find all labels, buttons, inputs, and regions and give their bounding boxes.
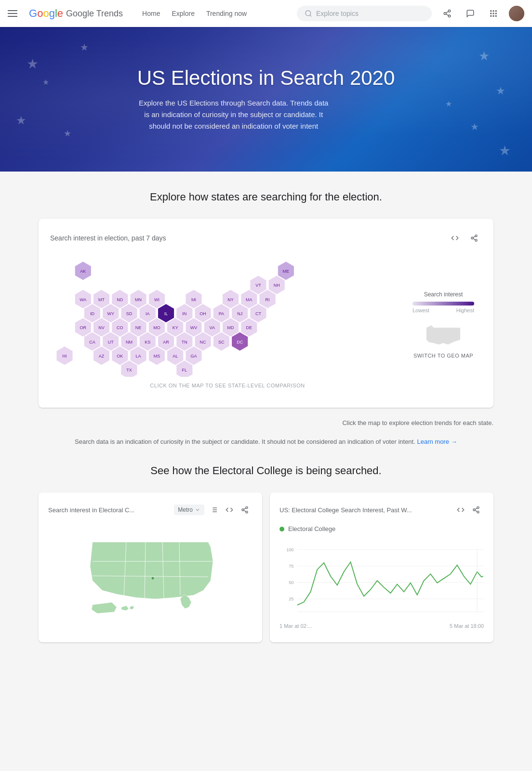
svg-text:DE: DE xyxy=(246,325,253,330)
svg-text:NJ: NJ xyxy=(237,311,242,316)
map-card: Search interest in election, past 7 days xyxy=(39,219,493,408)
us-choropleth-map[interactable] xyxy=(48,525,253,612)
svg-line-5 xyxy=(446,14,448,15)
map-card-actions xyxy=(447,230,482,246)
list-view-button[interactable] xyxy=(206,502,222,518)
svg-point-143 xyxy=(477,511,479,513)
embed-chart-button[interactable] xyxy=(453,502,468,518)
chart-legend: Electoral College xyxy=(279,525,484,532)
svg-point-16 xyxy=(475,235,477,237)
svg-text:RI: RI xyxy=(266,297,270,302)
apps-icon xyxy=(489,9,498,18)
svg-rect-11 xyxy=(493,13,494,14)
nav-trending[interactable]: Trending now xyxy=(206,10,247,17)
svg-text:NY: NY xyxy=(227,297,234,302)
svg-text:AL: AL xyxy=(173,354,178,359)
svg-line-19 xyxy=(473,239,476,240)
user-avatar[interactable] xyxy=(509,6,524,21)
legend-labels: Lowest Highest xyxy=(412,307,474,313)
learn-more-link[interactable]: Learn more → xyxy=(417,438,457,445)
svg-text:KY: KY xyxy=(173,325,178,330)
nav-explore[interactable]: Explore xyxy=(172,10,194,17)
embed-electoral-button[interactable] xyxy=(222,502,237,518)
svg-text:MT: MT xyxy=(98,297,105,302)
hex-map-container: AKWAMTNDMNWIMINYMARIVTNHMEIDWYSDIAILINOH… xyxy=(50,253,482,396)
svg-text:WA: WA xyxy=(80,297,86,302)
metro-filter[interactable]: Metro xyxy=(174,505,204,515)
svg-text:MN: MN xyxy=(135,297,142,302)
navbar-icons xyxy=(439,6,524,21)
electoral-chart-title: US: Electoral College Search Interest, P… xyxy=(279,506,453,514)
share-icon-btn[interactable] xyxy=(439,6,455,21)
svg-point-18 xyxy=(475,239,477,241)
share-map-button[interactable] xyxy=(466,230,482,246)
navbar-left: Google Google Trends Home Explore Trendi… xyxy=(8,7,297,20)
svg-text:AR: AR xyxy=(163,340,169,345)
svg-point-2 xyxy=(448,10,451,13)
svg-line-144 xyxy=(475,510,478,512)
svg-text:HI: HI xyxy=(63,354,67,359)
svg-text:NE: NE xyxy=(135,325,142,330)
svg-rect-7 xyxy=(490,10,492,12)
svg-rect-13 xyxy=(490,15,492,17)
hero-content: US Elections in Search 2020 Explore the … xyxy=(99,66,434,132)
svg-point-3 xyxy=(444,13,446,15)
metro-filter-label: Metro xyxy=(178,506,193,513)
info-text: Search data is an indication of curiosit… xyxy=(39,434,493,449)
section1-title: Explore how states are searching for the… xyxy=(39,191,493,203)
svg-point-130 xyxy=(242,509,244,511)
main-content: Explore how states are searching for the… xyxy=(0,172,532,662)
chart-legend-label: Electoral College xyxy=(288,525,335,532)
svg-text:CA: CA xyxy=(89,340,95,345)
nav-home[interactable]: Home xyxy=(142,10,160,17)
search-icon xyxy=(305,10,312,17)
svg-text:NH: NH xyxy=(274,283,280,288)
svg-text:MI: MI xyxy=(191,297,196,302)
feedback-icon-btn[interactable] xyxy=(463,6,478,21)
electoral-chart-header: US: Electoral College Search Interest, P… xyxy=(279,502,484,518)
share-electoral-button[interactable] xyxy=(237,502,253,518)
svg-line-6 xyxy=(446,12,448,13)
search-bar[interactable]: Explore topics xyxy=(297,6,432,21)
share-chart-button[interactable] xyxy=(468,502,484,518)
electoral-map-header: Search interest in Electoral C... Metro xyxy=(48,502,253,518)
svg-text:LA: LA xyxy=(136,354,141,359)
embed-chart-icon xyxy=(457,506,465,514)
svg-text:AZ: AZ xyxy=(99,354,105,359)
svg-text:TN: TN xyxy=(182,340,187,345)
svg-text:OR: OR xyxy=(80,325,87,330)
svg-text:CT: CT xyxy=(255,311,261,316)
svg-line-1 xyxy=(310,15,311,16)
apps-icon-btn[interactable] xyxy=(486,6,501,21)
svg-point-129 xyxy=(246,506,248,508)
embed-button[interactable] xyxy=(447,230,463,246)
hamburger-menu[interactable] xyxy=(8,10,17,17)
svg-text:AK: AK xyxy=(80,269,86,274)
legend-highest: Highest xyxy=(456,307,474,313)
switch-geo-map-button[interactable]: SWITCH TO GEO MAP xyxy=(412,353,474,359)
share-electoral-icon xyxy=(241,506,249,514)
google-trends-logo: Google Google Trends xyxy=(29,7,123,20)
search-input-placeholder: Explore topics xyxy=(316,10,359,17)
svg-rect-12 xyxy=(495,13,497,14)
svg-rect-8 xyxy=(493,10,494,12)
svg-text:IA: IA xyxy=(146,311,150,316)
map-card-header: Search interest in election, past 7 days xyxy=(50,230,482,246)
svg-text:WY: WY xyxy=(107,311,114,316)
hero-title: US Elections in Search 2020 xyxy=(137,66,395,90)
hex-map-svg[interactable]: AKWAMTNDMNWIMINYMARIVTNHMEIDWYSDIAILINOH… xyxy=(50,261,301,377)
dropdown-arrow-icon xyxy=(195,507,200,513)
us-choropleth-svg[interactable] xyxy=(78,523,223,614)
svg-point-17 xyxy=(471,237,473,239)
svg-rect-14 xyxy=(493,15,494,17)
x-label-start: 1 Mar at 02:... xyxy=(279,623,312,629)
svg-text:NV: NV xyxy=(98,325,105,330)
svg-text:IL: IL xyxy=(164,311,168,316)
svg-text:OK: OK xyxy=(117,354,123,359)
legend-lowest: Lowest xyxy=(412,307,429,313)
svg-text:WV: WV xyxy=(190,325,198,330)
svg-text:MO: MO xyxy=(153,325,160,330)
hex-map[interactable]: AKWAMTNDMNWIMINYMARIVTNHMEIDWYSDIAILINOH… xyxy=(50,261,405,388)
svg-line-133 xyxy=(244,508,246,509)
svg-text:UT: UT xyxy=(108,340,114,345)
